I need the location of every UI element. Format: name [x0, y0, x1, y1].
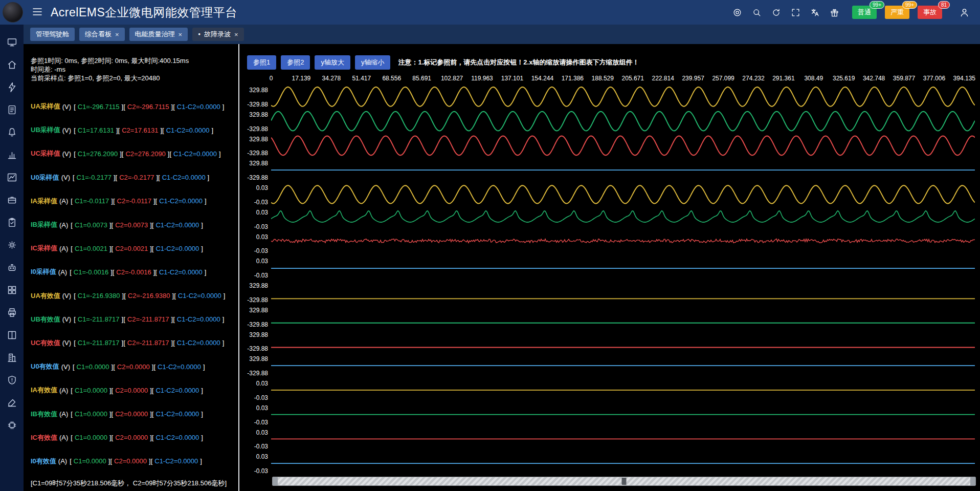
x-axis-tick: 34.278: [322, 75, 341, 82]
close-tab-icon[interactable]: ×: [179, 31, 183, 38]
user-icon[interactable]: [958, 6, 971, 19]
alarm-label: 普通: [858, 8, 871, 16]
sidebar-item-edit[interactable]: [0, 391, 24, 414]
channel-unit: (A): [59, 245, 68, 252]
sidebar-item-bar-chart[interactable]: [0, 143, 24, 166]
bracket: ]: [205, 268, 207, 276]
y-axis-label: 329.88: [239, 160, 268, 167]
channel-label: U0有效值: [31, 362, 59, 371]
alarm-button-accident[interactable]: 事故81: [918, 6, 942, 19]
sidebar-item-home[interactable]: [0, 53, 24, 76]
bracket: ]: [222, 339, 225, 347]
y-axis-label: -329.88: [239, 125, 268, 133]
user-avatar[interactable]: [3, 2, 23, 23]
sidebar-item-shield[interactable]: [0, 369, 24, 391]
channel-unit: (V): [62, 126, 71, 134]
sidebar-item-apps[interactable]: [0, 279, 24, 301]
tab-power-quality[interactable]: 电能质量治理×: [129, 28, 188, 41]
bracket: ][: [109, 387, 113, 394]
cursor-time-footer: [C1=09时57分35秒218.506毫秒， C2=09时57分35秒218.…: [31, 479, 227, 488]
channel-label: IB有效值: [31, 410, 57, 419]
x-axis-tick: 51.417: [352, 75, 371, 82]
bracket: ][: [150, 221, 153, 229]
zoom-grip[interactable]: [622, 478, 627, 485]
x-axis-tick: 359.877: [893, 75, 915, 82]
channel-diff-value: C1-C2=0.0000: [157, 197, 205, 205]
bracket: ][: [168, 150, 171, 158]
zoom-handle-right[interactable]: [970, 477, 975, 485]
sidebar-item-book[interactable]: [0, 324, 24, 346]
channel-diff-value: C1-C2=0.0000: [171, 150, 219, 158]
channel-row: IA采样值(A)[C1=-0.0117][C2=-0.0117][C1-C2=0…: [31, 189, 238, 213]
waveform-canvas[interactable]: [271, 84, 975, 476]
bracket: ][: [153, 197, 157, 205]
search-icon: [752, 8, 762, 17]
channel-unit: (A): [59, 221, 68, 229]
x-axis-tick: 68.556: [382, 75, 401, 82]
zoom-handle-left[interactable]: [273, 477, 278, 485]
refresh-button[interactable]: [770, 7, 782, 18]
tab-bar: 管理驾驶舱综合看板×电能质量治理×●故障录波×: [24, 25, 980, 44]
channel-c2-value: C2=-0.0117: [115, 197, 153, 205]
book-icon: [7, 330, 17, 340]
channel-label: UC采样值: [31, 149, 60, 158]
alarm-button-serious[interactable]: 严重99+: [885, 6, 909, 19]
channel-c1-value: C1=-0.0016: [72, 268, 110, 276]
ref1-button[interactable]: 参照1: [247, 55, 276, 70]
y-zoom-out-button[interactable]: y轴缩小: [355, 55, 391, 70]
tab-kanban[interactable]: 综合看板×: [79, 28, 125, 41]
sidebar-item-energy[interactable]: [0, 76, 24, 98]
sidebar-item-printer[interactable]: [0, 301, 24, 324]
sidebar-item-briefcase[interactable]: [0, 188, 24, 211]
sidebar-item-report[interactable]: [0, 98, 24, 121]
translate-button[interactable]: [809, 7, 821, 18]
bracket: ][: [150, 387, 153, 394]
channel-c1-value: C1=0.0021: [73, 245, 109, 252]
sidebar-item-chip[interactable]: [0, 414, 24, 436]
sidebar-item-robot[interactable]: [0, 256, 24, 279]
y-axis-label: 329.88: [239, 111, 268, 118]
sidebar-item-trend[interactable]: [0, 166, 24, 188]
x-axis-tick: 119.963: [471, 75, 493, 82]
fullscreen-button[interactable]: [790, 7, 801, 18]
channel-unit: (V): [61, 174, 70, 181]
y-zoom-in-button[interactable]: y轴放大: [315, 55, 350, 70]
channel-label: UB采样值: [31, 125, 60, 135]
sidebar-item-clipboard[interactable]: [0, 211, 24, 233]
alarm-summary: 普通99+严重99+事故81: [852, 6, 950, 19]
sidebar-item-alarm[interactable]: [0, 121, 24, 143]
edit-icon: [7, 397, 17, 408]
menu-icon[interactable]: [30, 5, 44, 20]
x-zoom-scrollbar[interactable]: [272, 477, 976, 486]
gift-button[interactable]: [829, 7, 840, 18]
search-button[interactable]: [751, 7, 763, 18]
trend-icon: [7, 172, 17, 183]
app-root: AcrelEMS企业微电网能效管理平台 普通99+严重99+事故81 管理驾驶舱…: [0, 0, 980, 491]
bracket: ]: [219, 150, 221, 158]
channel-diff-value: C1-C2=0.0000: [153, 245, 201, 252]
channel-diff-value: C1-C2=0.0000: [175, 339, 222, 347]
sidebar-item-building[interactable]: [0, 346, 24, 369]
tab-label: 管理驾驶舱: [36, 30, 69, 39]
x-axis-tick: 342.748: [863, 75, 885, 82]
close-tab-icon[interactable]: ×: [115, 31, 119, 38]
tab-fault-record[interactable]: ●故障录波×: [192, 28, 243, 41]
y-axis-label: -329.88: [239, 174, 268, 181]
channel-c1-value: C1=0.0000: [75, 363, 112, 371]
channel-label: I0采样值: [31, 267, 56, 276]
bracket: ][: [114, 174, 117, 181]
bracket: ]: [203, 363, 205, 371]
sidebar-item-gear[interactable]: [0, 233, 24, 256]
bracket: ][: [108, 457, 112, 465]
channel-unit: (V): [62, 150, 71, 158]
tab-dashboard[interactable]: 管理驾驶舱: [30, 28, 75, 41]
alarm-button-normal[interactable]: 普通99+: [852, 6, 877, 19]
target-button[interactable]: [731, 7, 743, 18]
ref2-button[interactable]: 参照2: [281, 55, 310, 70]
time-diff-line: 时间差: -ms: [31, 65, 238, 74]
y-axis-label: 329.88: [239, 87, 268, 94]
chart-note: 注意：1.标记参照前，请先点击对应按钮！2.x轴的缩放请操作图表下方缩放组件！: [398, 58, 639, 67]
sidebar-item-screen[interactable]: [0, 31, 24, 53]
close-tab-icon[interactable]: ×: [234, 31, 238, 38]
channel-unit: (V): [61, 363, 70, 371]
